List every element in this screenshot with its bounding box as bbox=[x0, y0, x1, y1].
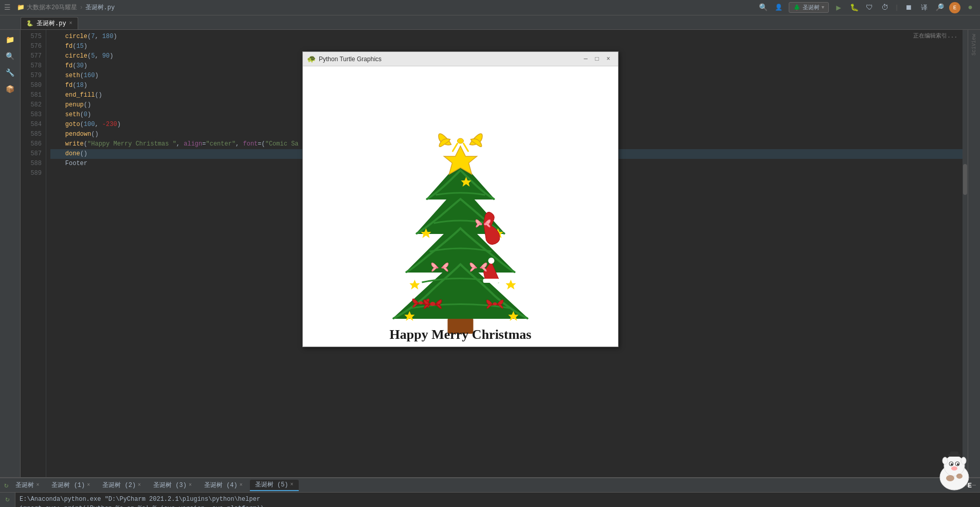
bottom-tab-5[interactable]: 圣诞树 (5) × bbox=[250, 480, 299, 491]
turtle-icon: 🐢 bbox=[307, 55, 316, 63]
svg-point-16 bbox=[430, 302, 435, 306]
title-bar: ☰ 📁 大数据本20马耀星 › 圣诞树.py 🔍 👤 🌲 圣诞树 ▼ ▶ 🐛 🛡… bbox=[0, 0, 980, 15]
sidebar-icon-2[interactable]: 🔍 bbox=[3, 48, 18, 64]
tab-main-file[interactable]: 🐍 圣诞树.py × bbox=[21, 17, 78, 29]
console-icon-refresh[interactable]: ↻ bbox=[5, 495, 9, 503]
left-sidebar: 📁 🔍 🔧 📦 bbox=[0, 30, 21, 477]
turtle-title: Python Turtle Graphics bbox=[319, 56, 580, 63]
svg-rect-14 bbox=[483, 279, 500, 283]
turtle-titlebar[interactable]: 🐢 Python Turtle Graphics — □ × bbox=[303, 52, 618, 66]
svg-text:Happy Merry Christmas: Happy Merry Christmas bbox=[390, 327, 532, 342]
hamburger-icon[interactable]: ☰ bbox=[4, 3, 11, 12]
console-content[interactable]: E:\Anaconda\python.exe "D:\PyCharm 2021.… bbox=[15, 493, 980, 507]
search-icon-2[interactable]: 🔎 bbox=[934, 2, 945, 13]
bottom-tab-1-close[interactable]: × bbox=[87, 482, 90, 488]
search-icon[interactable]: 🔍 bbox=[758, 2, 769, 13]
run-config-dropdown-icon: ▼ bbox=[822, 5, 824, 10]
tab-file-icon: 🐍 bbox=[26, 20, 33, 27]
turtle-canvas: Happy Merry Christmas bbox=[303, 66, 618, 347]
mascot: E bbox=[934, 451, 975, 493]
user-icon[interactable]: 👤 bbox=[773, 2, 785, 13]
scrollbar-thumb[interactable] bbox=[963, 164, 967, 195]
bottom-tab-4-close[interactable]: × bbox=[240, 482, 243, 488]
tab-bar: 🐍 圣诞树.py × bbox=[0, 15, 980, 30]
svg-point-26 bbox=[951, 466, 957, 470]
bottom-tab-3-label: 圣诞树 (3) bbox=[153, 481, 187, 490]
bottom-tab-1-label: 圣诞树 (1) bbox=[51, 481, 85, 490]
turtle-maximize-button[interactable]: □ bbox=[591, 55, 603, 63]
tab-label: 圣诞树.py bbox=[37, 19, 66, 28]
bottom-tab-5-close[interactable]: × bbox=[291, 482, 294, 487]
refresh-icon[interactable]: ↻ bbox=[4, 481, 8, 490]
right-panel-icon-1[interactable]: SciView bbox=[971, 34, 977, 56]
bottom-tab-0-label: 圣诞树 bbox=[15, 481, 34, 490]
breadcrumb-file: 圣诞树.py bbox=[85, 3, 115, 12]
run-config-icon: 🌲 bbox=[793, 4, 801, 11]
turtle-minimize-button[interactable]: — bbox=[580, 55, 591, 63]
svg-point-13 bbox=[493, 302, 497, 305]
run-config[interactable]: 🌲 圣诞树 ▼ bbox=[789, 2, 829, 13]
svg-point-20 bbox=[946, 475, 954, 481]
bottom-tab-2-close[interactable]: × bbox=[138, 482, 141, 488]
console-icon-strip: ↻ ■ ▶ 🐛 ⚙ + bbox=[0, 493, 15, 507]
code-line-576: fd(15) bbox=[50, 42, 964, 51]
profiler-button[interactable]: ⏱ bbox=[879, 2, 891, 13]
title-bar-actions: 🔍 👤 🌲 圣诞树 ▼ ▶ 🐛 🛡 ⏱ | ⏹ 译 🔎 E ● bbox=[758, 2, 976, 13]
svg-point-3 bbox=[458, 138, 464, 143]
svg-rect-30 bbox=[950, 451, 958, 456]
bottom-tab-4[interactable]: 圣诞树 (4) × bbox=[199, 480, 248, 491]
svg-point-21 bbox=[956, 474, 963, 479]
svg-text:E: E bbox=[968, 482, 972, 489]
bottom-tab-3-close[interactable]: × bbox=[189, 482, 192, 488]
stop-button[interactable]: ⏹ bbox=[903, 2, 914, 13]
bottom-tab-0-close[interactable]: × bbox=[36, 482, 39, 488]
tab-close-button[interactable]: × bbox=[69, 21, 72, 26]
turtle-close-button[interactable]: × bbox=[603, 55, 614, 63]
run-button[interactable]: ▶ bbox=[833, 2, 844, 13]
bottom-tab-1[interactable]: 圣诞树 (1) × bbox=[46, 480, 95, 491]
bottom-tab-3[interactable]: 圣诞树 (3) × bbox=[148, 480, 197, 491]
indexing-status: 正在编辑索引... bbox=[913, 32, 957, 40]
breadcrumb-sep: › bbox=[79, 4, 83, 11]
sidebar-icon-4[interactable]: 📦 bbox=[3, 81, 18, 97]
svg-point-24 bbox=[951, 463, 953, 465]
sidebar-icon-1[interactable]: 📁 bbox=[3, 32, 18, 47]
line-numbers: 575 576 577 578 579 580 581 582 583 584 … bbox=[21, 30, 46, 477]
bottom-tab-2[interactable]: 圣诞树 (2) × bbox=[97, 480, 146, 491]
svg-point-25 bbox=[957, 463, 959, 465]
bottom-tab-5-label: 圣诞树 (5) bbox=[255, 480, 288, 489]
bottom-tab-4-label: 圣诞树 (4) bbox=[204, 481, 238, 490]
bottom-panel: ↻ 圣诞树 × 圣诞树 (1) × 圣诞树 (2) × 圣诞树 (3) × 圣诞… bbox=[0, 477, 980, 507]
user-avatar[interactable]: E bbox=[949, 2, 960, 13]
project-icon: 📁 bbox=[17, 4, 25, 11]
console-line-3: import sys; print('Python %s on %s' % (s… bbox=[20, 504, 976, 507]
svg-point-27 bbox=[942, 457, 948, 464]
debug-button[interactable]: 🐛 bbox=[848, 2, 860, 13]
svg-point-28 bbox=[961, 457, 966, 464]
svg-point-15 bbox=[488, 258, 495, 264]
console-area: ↻ ■ ▶ 🐛 ⚙ + E:\Anaconda\python.exe "D:\P… bbox=[0, 493, 980, 507]
run-config-label: 圣诞树 bbox=[803, 4, 820, 11]
breadcrumb-project: 大数据本20马耀星 bbox=[27, 3, 77, 12]
console-line-1: E:\Anaconda\python.exe "D:\PyCharm 2021.… bbox=[20, 495, 976, 504]
bottom-tab-2-label: 圣诞树 (2) bbox=[102, 481, 136, 490]
bottom-tab-0[interactable]: 圣诞树 × bbox=[10, 480, 44, 491]
coverage-button[interactable]: 🛡 bbox=[864, 2, 875, 13]
turtle-graphics-svg: Happy Merry Christmas bbox=[303, 66, 618, 347]
sidebar-icon-3[interactable]: 🔧 bbox=[3, 65, 18, 80]
status-indicator: ● bbox=[965, 2, 976, 13]
turtle-window: 🐢 Python Turtle Graphics — □ × bbox=[302, 51, 619, 347]
translate-icon[interactable]: 译 bbox=[918, 2, 930, 13]
right-panel: SciView bbox=[968, 30, 980, 477]
bottom-tab-bar: ↻ 圣诞树 × 圣诞树 (1) × 圣诞树 (2) × 圣诞树 (3) × 圣诞… bbox=[0, 478, 980, 493]
svg-point-12 bbox=[419, 301, 423, 304]
code-line-575: circle(7, 180) bbox=[50, 32, 964, 42]
breadcrumb: ☰ 📁 大数据本20马耀星 › 圣诞树.py bbox=[4, 3, 115, 12]
vertical-scrollbar[interactable] bbox=[963, 30, 968, 477]
